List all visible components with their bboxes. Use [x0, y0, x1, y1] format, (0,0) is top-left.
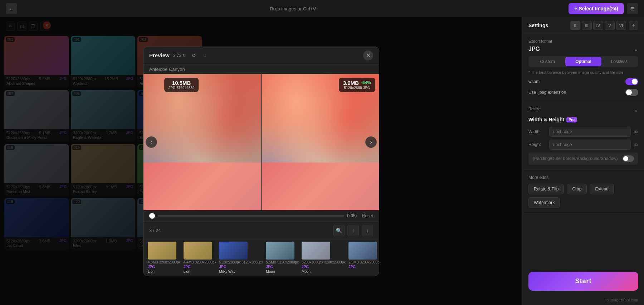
jpeg-label: Use .jpeg extension [528, 90, 566, 95]
edit-btn-crop[interactable]: Crop [567, 184, 587, 194]
select-image-button[interactable]: + Select Image(24) [569, 3, 624, 14]
bottom-thumb-item[interactable]: 2.0MB 3200x2000px JPG [348, 242, 379, 273]
close-icon: ✕ [366, 52, 371, 59]
height-input[interactable] [549, 140, 631, 150]
thumb-info: 5120x2880px 5120x2880px [219, 260, 263, 264]
settings-panel: Settings IIIIIIVVVI + Export format JPG … [522, 17, 644, 305]
compressed-size: 3.9MB [343, 80, 359, 86]
resize-title: Width & Height [528, 117, 564, 122]
padding-row: (Padding/Outer border/Background/Shadow) [528, 152, 638, 165]
upload-button[interactable]: ↑ [347, 225, 359, 236]
preview-compare: 10.5MB JPG 5120x2880 [143, 74, 379, 210]
original-size: 10.5MB [169, 80, 195, 86]
preview-footer: 3 / 24 🔍 ↑ ↓ [143, 222, 379, 239]
edit-btn-watermark[interactable]: Watermark [528, 197, 560, 208]
preview-title: Preview [149, 52, 170, 58]
compressed-reduction: -64% [361, 80, 371, 85]
preview-original-info: 10.5MB JPG 5120x2880 [164, 78, 199, 92]
bottom-thumb-item[interactable]: 5.5MB 5120x2880px JPG Moon [266, 242, 299, 273]
settings-tab-ii[interactable]: II [570, 21, 580, 30]
grid-area: ✏ ⊡ ❐ ⊕ ✕ #01 5120x2880px 5.5MB JPG Abst… [0, 17, 522, 305]
topbar-right: + Select Image(24) ☰ [569, 3, 638, 14]
thumb-name: Moon [266, 270, 299, 273]
bottom-thumb-item[interactable]: 3200x2000px 3200x2000px JPG Moon [302, 242, 346, 273]
preview-header: Preview 3.73 s ↺ ○ ✕ [143, 47, 379, 64]
back-button[interactable]: ← [6, 3, 17, 14]
settings-header: Settings IIIIIIVVVI + [523, 17, 644, 34]
thumb-info: 4.8MB 3200x2000px [148, 260, 181, 264]
preview-modal: Preview 3.73 s ↺ ○ ✕ Antelope Canyon ‹ › [143, 47, 379, 276]
preview-next-button[interactable]: › [365, 136, 377, 148]
preview-compressed-image: 3.9MB -64% 5120x2880 JPG [261, 74, 379, 210]
preview-prev-button[interactable]: ‹ [146, 136, 157, 148]
export-format-label: Export format [528, 39, 638, 43]
quality-tab-lossless[interactable]: Lossless [601, 57, 637, 66]
preview-circle-btn[interactable]: ○ [200, 51, 209, 60]
settings-tab-vi[interactable]: VI [616, 21, 626, 30]
settings-tab-iv[interactable]: IV [593, 21, 603, 30]
resize-header: Resize ⌄ [528, 106, 638, 113]
resize-dropdown-btn[interactable]: ⌄ [634, 106, 638, 113]
canyon-bottom-right [261, 163, 379, 210]
export-format-section: Export format JPG ⌄ CustomOptimalLossles… [523, 34, 644, 101]
thumb-name: Moon [302, 270, 346, 273]
preview-overlay: Preview 3.73 s ↺ ○ ✕ Antelope Canyon ‹ › [0, 17, 522, 305]
settings-tabs: IIIIIIVVVI [570, 21, 626, 30]
thumb-info: 2.0MB 3200x2000px [348, 260, 379, 264]
thumb-name: Milky Way [219, 270, 263, 273]
thumb-name: Lion [184, 270, 216, 273]
preview-close-button[interactable]: ✕ [363, 50, 373, 60]
preview-divider [261, 74, 262, 210]
edit-btn-extend[interactable]: Extend [590, 184, 614, 194]
quality-tab-optimal[interactable]: Optimal [565, 57, 601, 66]
zoom-value: 0.35x [347, 213, 357, 218]
settings-tab-v[interactable]: V [605, 21, 615, 30]
quality-note: * The best balance between image quality… [528, 70, 638, 74]
bottom-thumbs: 4.8MB 3200x2000px JPG Lion 4.4MB 3200x20… [143, 239, 379, 276]
quality-tab-custom[interactable]: Custom [530, 57, 565, 66]
original-meta: JPG 5120x2880 [169, 86, 195, 90]
wsam-toggle[interactable] [625, 78, 638, 85]
preview-page: 3 / 24 [149, 228, 161, 233]
preview-compressed-info: 3.9MB -64% 5120x2880 JPG [339, 78, 375, 92]
height-label: Height [528, 142, 546, 147]
edit-btn-rotate-and-flip[interactable]: Rotate & Flip [528, 184, 564, 194]
slider-track[interactable] [158, 215, 344, 217]
format-select-row: JPG ⌄ [528, 45, 638, 52]
width-input[interactable] [549, 127, 631, 137]
back-icon: ← [9, 6, 14, 11]
quality-tabs: CustomOptimalLossless [528, 56, 638, 67]
footer-brand: to.imagesTool.com [523, 296, 644, 305]
jpeg-toggle-knob [626, 89, 632, 95]
preview-slider-row: 0.35x Reset [143, 210, 379, 222]
jpeg-toggle[interactable] [625, 89, 638, 96]
topbar-left: ← [6, 3, 17, 14]
zoom-button[interactable]: 🔍 [333, 225, 345, 236]
menu-icon: ☰ [630, 6, 635, 11]
format-dropdown-button[interactable]: ⌄ [634, 45, 638, 52]
height-unit: px [634, 142, 638, 147]
reset-button[interactable]: Reset [362, 213, 373, 218]
download-button[interactable]: ↓ [362, 225, 373, 236]
width-unit: px [634, 129, 638, 134]
bottom-thumb-item[interactable]: 4.8MB 3200x2000px JPG Lion [148, 242, 181, 273]
padding-toggle[interactable] [623, 155, 634, 162]
slider-handle[interactable] [149, 213, 155, 219]
thumb-image [302, 242, 330, 260]
wsam-toggle-row: wsam [528, 78, 638, 85]
preview-icons: ↺ ○ [190, 51, 209, 60]
preview-refresh-btn[interactable]: ↺ [190, 51, 198, 60]
settings-tab-iii[interactable]: III [582, 21, 592, 30]
thumb-image [219, 242, 248, 260]
thumb-image [266, 242, 294, 260]
padding-label: (Padding/Outer border/Background/Shadow) [533, 156, 618, 161]
menu-button[interactable]: ☰ [627, 3, 638, 14]
bottom-thumb-item[interactable]: 4.4MB 3200x2000px JPG Lion [184, 242, 216, 273]
preview-time: 3.73 s [173, 53, 185, 58]
compressed-meta: 5120x2880 JPG [343, 86, 371, 90]
settings-add-button[interactable]: + [629, 21, 638, 30]
jpeg-toggle-row: Use .jpeg extension [528, 89, 638, 96]
bottom-thumb-item[interactable]: 5120x2880px 5120x2880px JPG Milky Way [219, 242, 263, 273]
start-button[interactable]: Start [528, 272, 638, 291]
width-label: Width [528, 129, 546, 134]
